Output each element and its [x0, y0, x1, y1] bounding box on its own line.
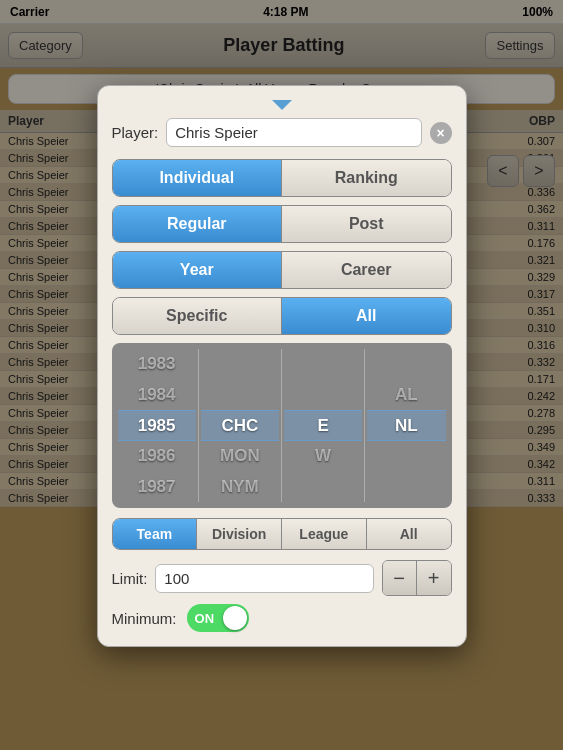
specific-button[interactable]: Specific — [113, 298, 283, 334]
picker-div-col: E W — [284, 349, 362, 502]
stepper-plus-button[interactable]: + — [417, 561, 451, 595]
sub-tab-division[interactable]: Division — [197, 519, 282, 549]
picker-team-nym: NYM — [201, 471, 279, 502]
picker-team-col: CHC MON NYM — [201, 349, 279, 502]
limit-label: Limit: — [112, 570, 148, 587]
picker-divider-2 — [281, 349, 282, 502]
picker-league-nl: NL — [367, 410, 445, 441]
picker-team-chc: CHC — [201, 410, 279, 441]
picker-div-0 — [284, 349, 362, 380]
picker-year-1983: 1983 — [118, 349, 196, 380]
player-label: Player: — [112, 124, 159, 141]
picker-divider-1 — [198, 349, 199, 502]
sub-tab-all[interactable]: All — [367, 519, 451, 549]
sub-tab-league[interactable]: League — [282, 519, 367, 549]
modal-arrow — [272, 100, 292, 110]
year-picker[interactable]: 1983 1984 1985 1986 1987 CHC MON NYM E — [112, 343, 452, 508]
picker-div-4 — [284, 471, 362, 502]
picker-team-0 — [201, 349, 279, 380]
picker-div-w: W — [284, 441, 362, 472]
limit-row: Limit: − + — [112, 560, 452, 596]
individual-ranking-group: Individual Ranking — [112, 159, 452, 197]
regular-button[interactable]: Regular — [113, 206, 283, 242]
modal-dialog: Player: × Individual Ranking Regular Pos… — [97, 85, 467, 647]
regular-post-group: Regular Post — [112, 205, 452, 243]
minimum-row: Minimum: ON — [112, 604, 452, 632]
ranking-button[interactable]: Ranking — [282, 160, 451, 196]
year-button[interactable]: Year — [113, 252, 283, 288]
toggle-knob — [223, 606, 247, 630]
picker-year-1984: 1984 — [118, 380, 196, 411]
minimum-label: Minimum: — [112, 610, 177, 627]
all-button[interactable]: All — [282, 298, 451, 334]
sub-tab-team[interactable]: Team — [113, 519, 198, 549]
sub-tabs-group: Team Division League All — [112, 518, 452, 550]
picker-league-4 — [367, 471, 445, 502]
post-button[interactable]: Post — [282, 206, 451, 242]
picker-league-3 — [367, 441, 445, 472]
career-button[interactable]: Career — [282, 252, 451, 288]
clear-player-button[interactable]: × — [430, 122, 452, 144]
individual-button[interactable]: Individual — [113, 160, 283, 196]
picker-div-1 — [284, 380, 362, 411]
picker-team-1 — [201, 380, 279, 411]
minimum-toggle[interactable]: ON — [187, 604, 249, 632]
modal-overlay: Player: × Individual Ranking Regular Pos… — [0, 0, 563, 750]
picker-divider-3 — [364, 349, 365, 502]
year-career-group: Year Career — [112, 251, 452, 289]
specific-all-group: Specific All — [112, 297, 452, 335]
picker-league-col: AL NL — [367, 349, 445, 502]
limit-input[interactable] — [155, 564, 373, 593]
stepper-minus-button[interactable]: − — [383, 561, 417, 595]
picker-year-1985: 1985 — [118, 410, 196, 441]
player-row: Player: × — [112, 118, 452, 147]
picker-year-1986: 1986 — [118, 441, 196, 472]
player-input[interactable] — [166, 118, 421, 147]
limit-stepper: − + — [382, 560, 452, 596]
toggle-on-label: ON — [195, 611, 215, 626]
picker-team-mon: MON — [201, 441, 279, 472]
picker-year-col: 1983 1984 1985 1986 1987 — [118, 349, 196, 502]
picker-year-1987: 1987 — [118, 471, 196, 502]
picker-league-0 — [367, 349, 445, 380]
picker-league-al: AL — [367, 380, 445, 411]
picker-div-e: E — [284, 410, 362, 441]
